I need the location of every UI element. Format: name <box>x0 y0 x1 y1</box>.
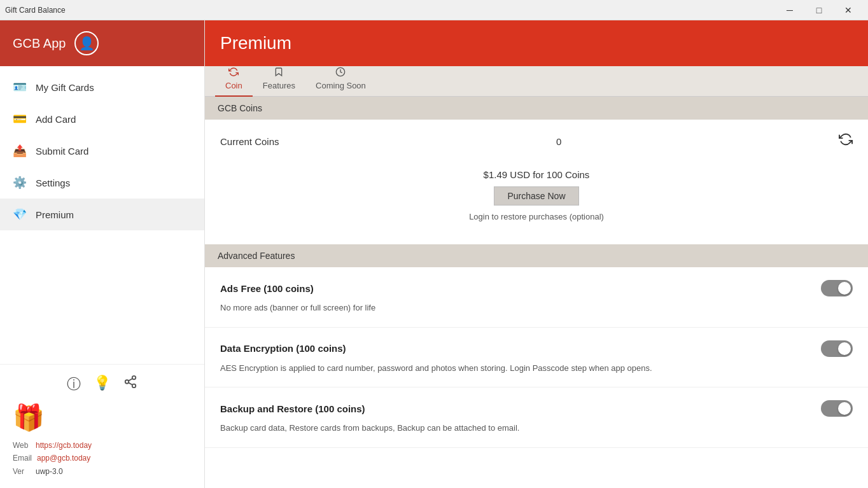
svg-line-4 <box>129 379 132 381</box>
title-bar-left: Gift Card Balance <box>5 6 66 15</box>
feature-backup-restore-name: Backup and Restore (100 coins) <box>220 403 365 414</box>
feature-backup-restore: Backup and Restore (100 coins) Backup ca… <box>205 387 868 448</box>
tab-coming-soon[interactable]: Coming Soon <box>305 62 376 97</box>
page-header: Premium <box>205 20 868 66</box>
sidebar-item-submit-card[interactable]: 📤 Submit Card <box>0 135 204 167</box>
sidebar-item-label: Add Card <box>36 114 76 125</box>
close-button[interactable]: ✕ <box>834 0 863 20</box>
backup-restore-toggle[interactable] <box>821 400 853 417</box>
feature-data-encryption-name: Data Encryption (100 coins) <box>220 343 346 354</box>
tab-features-label: Features <box>263 81 295 90</box>
feature-row: Data Encryption (100 coins) <box>220 340 853 357</box>
refresh-button[interactable] <box>839 132 853 150</box>
gift-card-icon: 🪪 <box>13 80 27 94</box>
web-label: Web <box>13 439 31 452</box>
svg-point-0 <box>132 376 136 380</box>
content-area: GCB Coins Current Coins 0 $1.49 USD for … <box>205 97 868 488</box>
sidebar-item-label: Premium <box>36 209 74 220</box>
submit-card-icon: 📤 <box>13 144 27 158</box>
avatar: 👤 <box>74 31 99 55</box>
sidebar-item-my-gift-cards[interactable]: 🪪 My Gift Cards <box>0 71 204 103</box>
gcb-coins-section-header: GCB Coins <box>205 97 868 120</box>
current-coins-value: 0 <box>556 136 561 147</box>
svg-line-3 <box>129 382 132 385</box>
svg-point-1 <box>125 380 129 384</box>
svg-point-2 <box>132 384 136 387</box>
tab-coin[interactable]: Coin <box>215 62 253 97</box>
sidebar-nav: 🪪 My Gift Cards 💳 Add Card 📤 Submit Card… <box>0 66 204 364</box>
sidebar-item-premium[interactable]: 💎 Premium <box>0 199 204 230</box>
gift-emoji: 🎁 <box>13 403 45 433</box>
features-tab-icon <box>274 67 284 80</box>
coin-tab-icon <box>228 67 239 80</box>
gcb-coins-title: GCB Coins <box>218 103 262 113</box>
purchase-now-button[interactable]: Purchase Now <box>494 186 578 206</box>
tab-features[interactable]: Features <box>253 62 305 97</box>
coins-section: Current Coins 0 $1.49 USD for 100 Coins … <box>205 120 868 244</box>
email-link[interactable]: app@gcb.today <box>37 452 90 464</box>
idea-icon[interactable]: 💡 <box>94 375 111 394</box>
premium-icon: 💎 <box>13 207 27 221</box>
maximize-button[interactable]: □ <box>804 0 834 20</box>
coins-row: Current Coins 0 <box>220 132 853 150</box>
sidebar-item-add-card[interactable]: 💳 Add Card <box>0 103 204 135</box>
login-text: Login to restore purchases (optional) <box>220 212 853 221</box>
tab-coming-soon-label: Coming Soon <box>316 81 366 90</box>
sidebar-footer: ⓘ 💡 🎁 Web https://gcb.today Ema <box>0 364 204 488</box>
advanced-features-section-header: Advanced Features <box>205 244 868 267</box>
price-text: $1.49 USD for 100 Coins <box>220 169 853 180</box>
ver-value: uwp-3.0 <box>36 465 63 478</box>
sidebar-item-label: Submit Card <box>36 146 88 157</box>
purchase-area: $1.49 USD for 100 Coins Purchase Now Log… <box>220 163 853 232</box>
web-link[interactable]: https://gcb.today <box>36 439 92 452</box>
sidebar-item-label: Settings <box>36 178 70 188</box>
footer-info: Web https://gcb.today Email app@gcb.toda… <box>13 439 192 478</box>
title-bar: Gift Card Balance ─ □ ✕ <box>0 0 868 20</box>
current-coins-label: Current Coins <box>220 136 279 147</box>
gift-box: 🎁 <box>13 403 192 433</box>
data-encryption-toggle[interactable] <box>821 340 853 357</box>
app-container: GCB App 👤 🪪 My Gift Cards 💳 Add Card 📤 S… <box>0 20 868 488</box>
sidebar-item-settings[interactable]: ⚙️ Settings <box>0 167 204 199</box>
feature-ads-free-name: Ads Free (100 coins) <box>220 283 314 294</box>
sidebar-header: GCB App 👤 <box>0 20 204 66</box>
feature-backup-restore-desc: Backup card data, Restore cards from bac… <box>220 422 853 435</box>
main-content: Premium Coin Features <box>205 20 868 488</box>
share-icon[interactable] <box>123 375 137 394</box>
title-bar-controls: ─ □ ✕ <box>775 0 863 20</box>
feature-row: Backup and Restore (100 coins) <box>220 400 853 417</box>
app-name: GCB App <box>13 36 66 51</box>
tab-coin-label: Coin <box>225 81 242 90</box>
feature-ads-free: Ads Free (100 coins) No more ads (banner… <box>205 267 868 328</box>
minimize-button[interactable]: ─ <box>775 0 804 20</box>
coming-soon-tab-icon <box>335 67 346 80</box>
footer-icons: ⓘ 💡 <box>13 375 192 394</box>
features-section: Ads Free (100 coins) No more ads (banner… <box>205 267 868 448</box>
tabs: Coin Features Coming Soon <box>205 66 868 97</box>
add-card-icon: 💳 <box>13 112 27 126</box>
info-icon[interactable]: ⓘ <box>67 375 81 394</box>
feature-data-encryption: Data Encryption (100 coins) AES Encrypti… <box>205 328 868 388</box>
ads-free-toggle[interactable] <box>821 280 853 296</box>
feature-ads-free-desc: No more ads (banner or full screen) for … <box>220 302 853 314</box>
sidebar-item-label: My Gift Cards <box>36 82 94 93</box>
advanced-features-title: Advanced Features <box>218 251 295 261</box>
page-title: Premium <box>220 33 291 53</box>
settings-icon: ⚙️ <box>13 176 27 190</box>
ver-label: Ver <box>13 465 31 478</box>
sidebar: GCB App 👤 🪪 My Gift Cards 💳 Add Card 📤 S… <box>0 20 205 488</box>
app-title: Gift Card Balance <box>5 6 66 15</box>
email-label: Email <box>13 452 32 464</box>
feature-row: Ads Free (100 coins) <box>220 280 853 296</box>
feature-data-encryption-desc: AES Encryption is applied to card number… <box>220 362 853 375</box>
